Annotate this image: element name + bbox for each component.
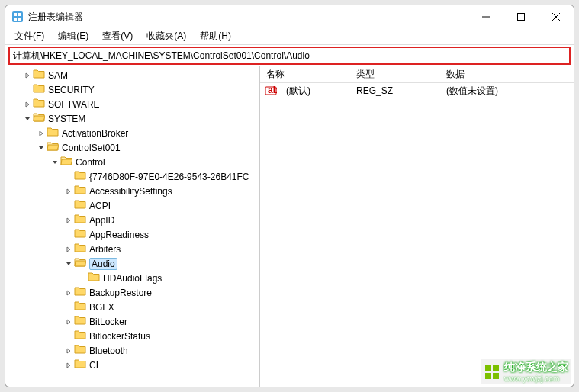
tree-node-label: AppID — [89, 215, 114, 226]
tree-node-label: AppReadiness — [89, 230, 149, 240]
chevron-down-icon[interactable] — [36, 145, 47, 151]
menu-view[interactable]: 查看(V) — [96, 28, 139, 44]
watermark: 纯净系统之家 www.ycwjzj.com — [481, 359, 571, 384]
tree-node-label: {7746D80F-97E0-4E26-9543-26B41FC — [89, 172, 249, 182]
tree-node-label: SYSTEM — [48, 114, 85, 124]
tree-node[interactable]: AppID — [5, 213, 259, 227]
chevron-right-icon[interactable] — [63, 217, 74, 223]
list-row[interactable]: ab (默认) REG_SZ (数值未设置) — [260, 83, 574, 98]
tree-node[interactable]: {7746D80F-97E0-4E26-9543-26B41FC — [5, 169, 259, 184]
col-type[interactable]: 类型 — [350, 68, 440, 81]
tree-node-label: Control — [76, 157, 105, 168]
tree-node-label: BGFX — [89, 302, 114, 313]
svg-rect-6 — [518, 14, 525, 21]
tree-node-label: ActivationBroker — [62, 128, 128, 139]
tree-node[interactable]: Control — [5, 155, 259, 169]
minimize-icon — [482, 13, 490, 21]
folder-icon — [74, 300, 89, 313]
window-title: 注册表编辑器 — [28, 11, 468, 24]
value-list: 名称 类型 数据 ab (默认) REG_SZ (数值未设置) — [260, 66, 574, 387]
svg-rect-2 — [18, 13, 21, 16]
chevron-down-icon[interactable] — [50, 159, 60, 165]
tree-node-label: ControlSet001 — [62, 143, 121, 153]
tree-node[interactable]: BGFX — [5, 300, 259, 314]
tree-node-label: Bluetooth — [89, 345, 128, 356]
chevron-right-icon[interactable] — [63, 290, 74, 296]
chevron-right-icon[interactable] — [63, 348, 74, 354]
tree-node-label: BitlockerStatus — [89, 331, 150, 342]
folder-icon — [74, 185, 89, 198]
chevron-right-icon[interactable] — [22, 72, 33, 79]
folder-icon — [47, 141, 62, 154]
tree-node[interactable]: Bluetooth — [5, 343, 259, 358]
value-name: (默认) — [280, 85, 350, 98]
col-name[interactable]: 名称 — [260, 68, 350, 81]
folder-icon — [33, 83, 48, 96]
tree-node[interactable]: BitlockerStatus — [5, 329, 259, 343]
tree-node[interactable]: HDAudioFlags — [5, 271, 259, 285]
svg-rect-11 — [485, 365, 491, 371]
tree-node[interactable]: ActivationBroker — [5, 126, 259, 140]
watermark-logo-icon — [484, 365, 500, 380]
tree-node[interactable]: ACPI — [5, 198, 259, 213]
chevron-down-icon[interactable] — [63, 261, 74, 267]
folder-icon — [74, 199, 89, 212]
chevron-right-icon[interactable] — [63, 246, 74, 252]
menu-bar: 文件(F) 编辑(E) 查看(V) 收藏夹(A) 帮助(H) — [5, 28, 574, 45]
tree-view[interactable]: SAM SECURITYSOFTWARESYSTEMActivationBrok… — [5, 66, 260, 387]
menu-favorites[interactable]: 收藏夹(A) — [140, 28, 192, 44]
folder-icon — [74, 344, 89, 357]
col-data[interactable]: 数据 — [440, 68, 574, 81]
tree-node[interactable]: SAM — [5, 68, 259, 82]
tree-node[interactable]: BitLocker — [5, 314, 259, 329]
folder-icon — [33, 112, 48, 125]
tree-node[interactable]: SECURITY — [5, 82, 259, 97]
tree-node[interactable]: AccessibilitySettings — [5, 184, 259, 198]
app-window: 注册表编辑器 文件(F) 编辑(E) 查看(V) 收藏夹(A) 帮助(H) SA… — [5, 5, 574, 387]
folder-icon — [74, 315, 89, 328]
tree-node-label: BitLocker — [89, 316, 127, 327]
tree-node[interactable]: BackupRestore — [5, 285, 259, 300]
tree-node[interactable]: SOFTWARE — [5, 97, 259, 111]
value-type: REG_SZ — [350, 85, 440, 96]
tree-node[interactable]: CI — [5, 358, 259, 372]
svg-rect-13 — [485, 373, 491, 379]
minimize-button[interactable] — [468, 5, 503, 28]
close-button[interactable] — [539, 5, 574, 28]
chevron-right-icon[interactable] — [36, 130, 47, 137]
tree-node-label: Audio — [89, 258, 117, 270]
tree-node[interactable]: ControlSet001 — [5, 140, 259, 155]
menu-help[interactable]: 帮助(H) — [194, 28, 237, 44]
menu-file[interactable]: 文件(F) — [8, 28, 50, 44]
window-buttons — [468, 5, 574, 28]
tree-node[interactable]: Audio — [5, 256, 259, 271]
tree-node-label: SOFTWARE — [48, 99, 100, 110]
menu-edit[interactable]: 编辑(E) — [52, 28, 95, 44]
tree-node-label: BackupRestore — [89, 288, 152, 298]
svg-text:ab: ab — [268, 85, 277, 95]
folder-icon — [33, 98, 48, 111]
folder-icon — [60, 156, 76, 169]
tree-node-label: HDAudioFlags — [103, 273, 162, 284]
svg-rect-4 — [18, 18, 21, 21]
chevron-right-icon[interactable] — [63, 362, 74, 368]
chevron-right-icon[interactable] — [63, 319, 74, 325]
tree-node[interactable]: Arbiters — [5, 242, 259, 256]
folder-icon — [74, 358, 89, 371]
svg-rect-1 — [14, 13, 17, 16]
folder-icon — [47, 127, 62, 140]
watermark-text: 纯净系统之家 www.ycwjzj.com — [504, 361, 568, 383]
maximize-button[interactable] — [503, 5, 539, 28]
folder-icon — [88, 272, 103, 284]
chevron-right-icon[interactable] — [63, 188, 74, 194]
chevron-down-icon[interactable] — [22, 116, 33, 122]
tree-node[interactable]: SYSTEM — [5, 111, 259, 126]
address-input[interactable] — [13, 50, 566, 61]
tree-node[interactable]: AppReadiness — [5, 227, 259, 242]
maximize-icon — [517, 13, 525, 21]
value-data: (数值未设置) — [440, 85, 574, 98]
watermark-brand: 纯净系统之家 — [504, 361, 568, 374]
tree-node-label: AccessibilitySettings — [89, 186, 172, 197]
svg-rect-12 — [493, 365, 499, 371]
chevron-right-icon[interactable] — [22, 101, 33, 108]
